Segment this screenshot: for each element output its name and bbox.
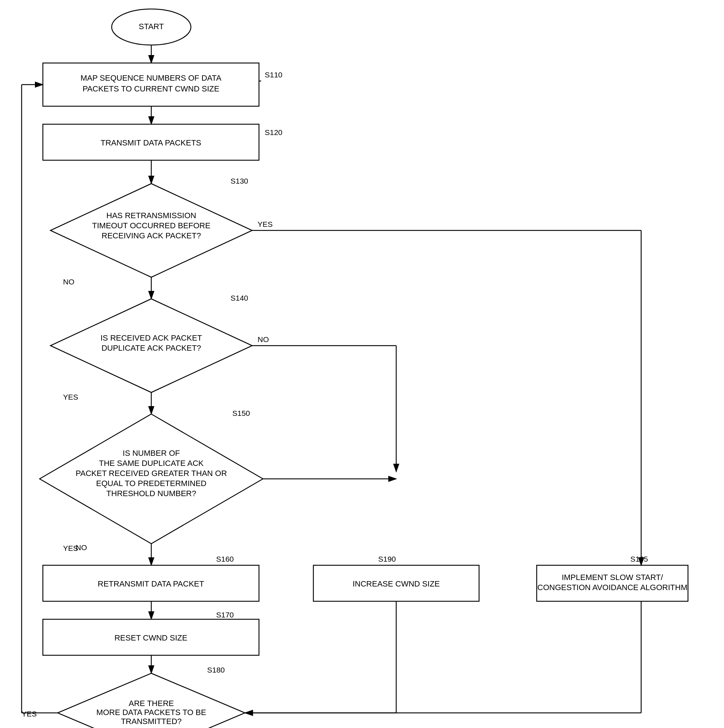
- s195-line2: CONGESTION AVOIDANCE ALGORITHM: [537, 583, 687, 592]
- s195-line1: IMPLEMENT SLOW START/: [562, 573, 663, 582]
- s130-step: S130: [231, 177, 248, 185]
- s130-line1: HAS RETRANSMISSION: [106, 211, 196, 220]
- s140-line2: DUPLICATE ACK PACKET?: [102, 344, 201, 352]
- s110-step: S110: [265, 70, 282, 79]
- s180-line3: TRANSMITTED?: [121, 717, 182, 726]
- s150-step: S150: [232, 409, 250, 417]
- s180-line1: ARE THERE: [129, 699, 174, 708]
- s150-line5: THRESHOLD NUMBER?: [106, 489, 196, 498]
- s140-yes-label: YES: [63, 393, 78, 401]
- s130-line3: RECEIVING ACK PACKET?: [102, 231, 201, 240]
- s130-no-label: NO: [63, 278, 75, 286]
- s160-step: S160: [216, 555, 234, 563]
- s160-text: RETRANSMIT DATA PACKET: [98, 579, 204, 588]
- s195-step: S195: [631, 555, 648, 563]
- s140-step: S140: [231, 294, 248, 302]
- s150-yes-label: YES: [63, 544, 78, 552]
- s140-line1: IS RECEIVED ACK PACKET: [101, 333, 202, 343]
- s190-step: S190: [378, 555, 396, 563]
- s110-line1: MAP SEQUENCE NUMBERS OF DATA: [80, 73, 221, 83]
- s180-line2: MORE DATA PACKETS TO BE: [96, 708, 207, 717]
- s170-step: S170: [216, 611, 234, 619]
- s130-yes-label: YES: [257, 220, 272, 228]
- s150-line3: PACKET RECEIVED GREATER THAN OR: [76, 469, 227, 478]
- s180-step: S180: [207, 666, 225, 674]
- s150-line4: EQUAL TO PREDETERMINED: [96, 479, 207, 488]
- s190-text: INCREASE CWND SIZE: [353, 579, 440, 588]
- s180-yes-label: YES: [21, 710, 37, 718]
- s120-step: S120: [265, 128, 282, 136]
- s130-diamond: [51, 184, 252, 277]
- s130-line2: TIMEOUT OCCURRED BEFORE: [92, 221, 210, 230]
- s170-text: RESET CWND SIZE: [115, 633, 188, 642]
- s140-no-label: NO: [257, 335, 269, 344]
- s150-line1: IS NUMBER OF: [123, 449, 180, 457]
- s120-text: TRANSMIT DATA PACKETS: [101, 138, 201, 147]
- start-label: START: [139, 22, 164, 31]
- s150-line2: THE SAME DUPLICATE ACK: [99, 459, 204, 468]
- s110-line2: PACKETS TO CURRENT CWND SIZE: [83, 84, 219, 93]
